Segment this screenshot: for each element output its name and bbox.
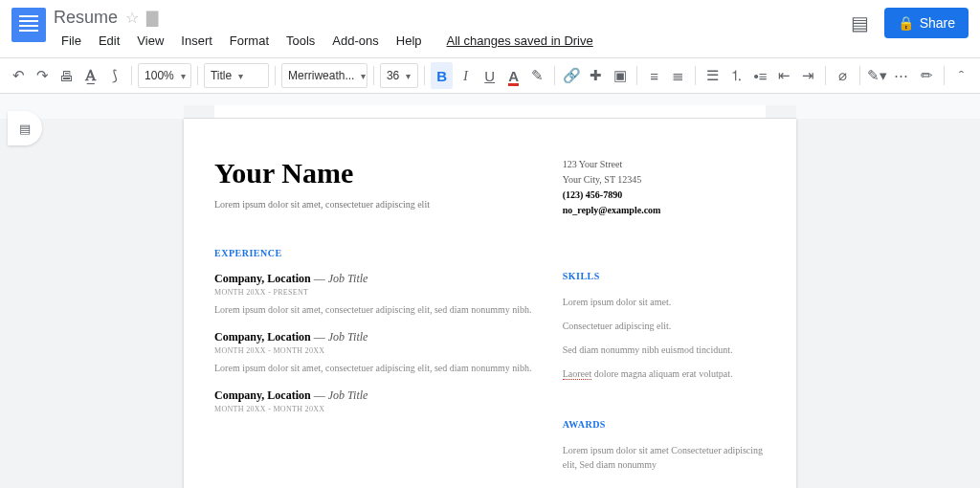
paint-format-icon[interactable]: ⟆ [103,62,125,89]
more-icon[interactable]: ⋯ [890,62,912,89]
section-heading-experience[interactable]: EXPERIENCE [214,248,540,258]
job-entry[interactable]: Company, Location — Job Title MONTH 20XX… [214,272,540,317]
menu-file[interactable]: File [54,30,89,52]
comments-icon[interactable]: ▤ [851,11,869,34]
menu-help[interactable]: Help [389,30,430,52]
text-color-button[interactable]: A [502,62,524,89]
share-label: Share [920,15,955,31]
section-heading-awards[interactable]: AWARDS [563,419,766,430]
separator [275,66,276,85]
editing-mode-icon[interactable]: ✏ [916,62,938,89]
separator [825,66,826,85]
add-comment-icon[interactable]: ✚ [585,62,607,89]
title-bar: Resume ☆ ▇ File Edit View Insert Format … [0,0,980,52]
separator [636,66,637,85]
contact-block[interactable]: 123 Your Street Your City, ST 12345 (123… [563,157,766,218]
docs-logo-icon[interactable] [11,8,46,42]
paragraph-style-dropdown[interactable]: Title [204,63,269,88]
lock-icon: 🔒 [898,15,914,31]
separator [944,66,945,85]
job-entry[interactable]: Company, Location — Job Title MONTH 20XX… [214,388,540,413]
right-column: 123 Your Street Your City, ST 12345 (123… [563,157,766,481]
menu-addons[interactable]: Add-ons [324,30,386,52]
skill-item[interactable]: Lorem ipsum dolor sit amet. [563,295,766,309]
menu-edit[interactable]: Edit [91,30,127,52]
font-dropdown[interactable]: Merriweath... [281,63,368,88]
increase-indent-icon[interactable]: ⇥ [797,62,819,89]
skill-item[interactable]: Sed diam nonummy nibh euismod tincidunt. [563,343,766,357]
redo-icon[interactable]: ↷ [32,62,54,89]
separator [554,66,555,85]
resume-tagline[interactable]: Lorem ipsum dolor sit amet, consectetuer… [214,199,540,210]
insert-link-icon[interactable]: 🔗 [561,62,583,89]
print-icon[interactable]: 🖶 [56,62,78,89]
share-button[interactable]: 🔒 Share [884,8,969,38]
left-column: Your Name Lorem ipsum dolor sit amet, co… [214,157,540,481]
separator [424,66,425,85]
menu-insert[interactable]: Insert [173,30,220,52]
star-icon[interactable]: ☆ [125,9,139,27]
menu-bar: File Edit View Insert Format Tools Add-o… [54,30,851,52]
resume-name[interactable]: Your Name [214,157,540,189]
undo-icon[interactable]: ↶ [8,62,30,89]
clear-formatting-icon[interactable]: ⌀ [832,62,854,89]
spellcheck-icon[interactable]: A̲ [79,62,101,89]
highlight-button[interactable]: ✎ [526,62,548,89]
menu-view[interactable]: View [129,30,171,52]
bulleted-list-icon[interactable]: •≡ [749,62,771,89]
section-heading-skills[interactable]: SKILLS [563,271,766,281]
outline-toggle-icon[interactable]: ▤ [8,111,42,145]
align-button[interactable]: ≡ [643,62,665,89]
ruler[interactable] [184,105,796,119]
separator [695,66,696,85]
numbered-list-icon[interactable]: ⒈ [725,62,747,89]
underline-button[interactable]: U [479,62,501,89]
insert-image-icon[interactable]: ▣ [609,62,631,89]
checklist-icon[interactable]: ☰ [702,62,724,89]
separator [197,66,198,85]
job-entry[interactable]: Company, Location — Job Title MONTH 20XX… [214,330,540,375]
zoom-dropdown[interactable]: 100% [138,63,191,88]
separator [131,66,132,85]
page[interactable]: Your Name Lorem ipsum dolor sit amet, co… [184,119,796,488]
skill-item[interactable]: Laoreet dolore magna aliquam erat volutp… [563,366,766,381]
menu-tools[interactable]: Tools [278,30,323,52]
move-folder-icon[interactable]: ▇ [146,9,158,27]
document-title[interactable]: Resume [54,8,118,28]
italic-button[interactable]: I [455,62,477,89]
bold-button[interactable]: B [431,62,453,89]
input-tools-icon[interactable]: ✎▾ [866,62,888,89]
awards-text[interactable]: Lorem ipsum dolor sit amet Consectetuer … [563,443,766,472]
separator [859,66,860,85]
menu-format[interactable]: Format [222,30,277,52]
skill-item[interactable]: Consectetuer adipiscing elit. [563,319,766,333]
separator [373,66,374,85]
decrease-indent-icon[interactable]: ⇤ [773,62,795,89]
toolbar: ↶ ↷ 🖶 A̲ ⟆ 100% Title Merriweath... 36 B… [0,57,980,94]
title-area: Resume ☆ ▇ File Edit View Insert Format … [54,8,851,52]
line-spacing-icon[interactable]: ≣ [667,62,689,89]
save-status[interactable]: All changes saved in Drive [439,30,601,52]
hide-menus-icon[interactable]: ˆ [950,62,972,89]
document-canvas[interactable]: ▤ Your Name Lorem ipsum dolor sit amet, … [0,94,980,488]
font-size-dropdown[interactable]: 36 [380,63,418,88]
